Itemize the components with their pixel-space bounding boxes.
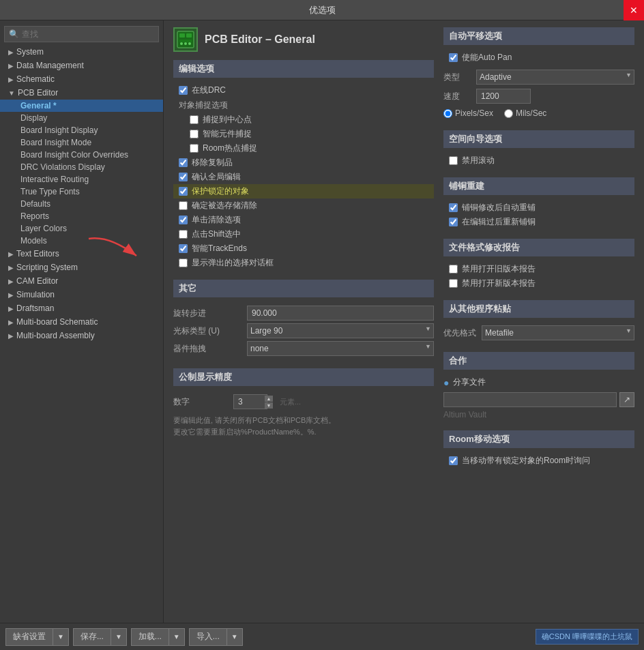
sidebar-item-pcb-editor[interactable]: ▼ PCB Editor <box>0 86 163 100</box>
default-settings-button[interactable]: 缺省设置 <box>5 628 53 646</box>
sidebar-item-multiboard-assembly[interactable]: ▶ Multi-board Assembly <box>0 329 163 342</box>
search-input[interactable] <box>22 29 154 39</box>
speed-input[interactable] <box>476 89 531 104</box>
mils-sec-radio[interactable] <box>504 109 513 118</box>
sidebar-item-draftsman[interactable]: ▶ Draftsman <box>0 301 163 315</box>
sidebar-item-true-type-fonts[interactable]: True Type Fonts <box>0 186 163 198</box>
priority-format-label: 优先格式 <box>443 327 476 339</box>
close-button[interactable]: ✕ <box>624 0 644 20</box>
other-section-header: 其它 <box>173 280 434 297</box>
save-group: 保存... ▼ <box>73 628 127 646</box>
edit-section-header: 编辑选项 <box>173 60 434 78</box>
rotation-step-label: 旋转步进 <box>173 308 241 319</box>
shift-click-checkbox[interactable] <box>179 230 188 239</box>
remove-duplicates-checkbox[interactable] <box>179 158 188 167</box>
sidebar-item-reports[interactable]: Reports <box>0 210 163 222</box>
mils-sec-label: Mils/Sec <box>504 108 546 118</box>
cursor-type-select[interactable]: Large 90 Small 90 Large 45 Small 45 <box>247 323 434 338</box>
arrow-icon: ▶ <box>8 48 14 56</box>
repour-after-edit-checkbox[interactable] <box>449 218 458 226</box>
disable-scroll-label: 禁用滚动 <box>462 155 495 166</box>
arrow-icon: ▶ <box>8 291 14 299</box>
sidebar-item-interactive-routing[interactable]: Interactive Routing <box>0 173 163 186</box>
sidebar-item-text-editors[interactable]: ▶ Text Editors <box>0 247 163 261</box>
svg-rect-1 <box>179 33 185 38</box>
default-settings-dropdown[interactable]: ▼ <box>53 628 69 646</box>
sidebar-item-system[interactable]: ▶ System <box>0 45 163 59</box>
sidebar-item-cam-editor[interactable]: ▶ CAM Editor <box>0 274 163 288</box>
sidebar-item-board-insight-color-overrides[interactable]: Board Insight Color Overrides <box>0 149 163 161</box>
spinner-down[interactable]: ▼ <box>265 402 273 409</box>
search-box[interactable]: 🔍 <box>4 26 159 42</box>
sidebar-item-layer-colors[interactable]: Layer Colors <box>0 222 163 235</box>
svg-point-5 <box>184 42 187 45</box>
sidebar-item-board-insight-mode[interactable]: Board Insight Mode <box>0 136 163 149</box>
save-button[interactable]: 保存... <box>73 628 111 646</box>
copper-header: 铺铜重建 <box>443 177 634 195</box>
sidebar-item-scripting-system[interactable]: ▶ Scripting System <box>0 261 163 274</box>
shift-click-row: 点击Shift选中 <box>173 227 434 241</box>
precision-grid: 数字 ▲ ▼ 元素... <box>173 392 434 412</box>
sidebar-item-defaults[interactable]: Defaults <box>0 198 163 210</box>
sidebar-item-simulation[interactable]: ▶ Simulation <box>0 288 163 301</box>
click-clear-selection-row: 单击清除选项 <box>173 213 434 227</box>
svg-rect-3 <box>179 40 192 42</box>
sidebar-item-schematic[interactable]: ▶ Schematic <box>0 72 163 86</box>
sidebar-item-multiboard-schematic[interactable]: ▶ Multi-board Schematic <box>0 315 163 329</box>
sidebar-item-models[interactable]: Models <box>0 235 163 247</box>
type-select[interactable]: Adaptive Fixed Size Jump Shift Accelerat… <box>476 70 634 85</box>
pixels-sex-radio[interactable] <box>443 109 452 118</box>
disable-old-version-checkbox[interactable] <box>449 265 458 274</box>
arrow-icon: ▶ <box>8 305 14 312</box>
import-button[interactable]: 导入... <box>189 628 227 646</box>
arrow-icon: ▶ <box>8 62 14 70</box>
disable-new-version-checkbox[interactable] <box>449 279 458 288</box>
priority-format-select[interactable]: Metafile Text Bitmap <box>482 325 634 340</box>
search-icon: 🔍 <box>9 29 19 39</box>
protect-locked-checkbox[interactable] <box>179 187 188 196</box>
pixels-sex-label: Pixels/Sex <box>443 108 493 118</box>
smart-track-ends-checkbox[interactable] <box>179 244 188 253</box>
sidebar-item-label: Multi-board Schematic <box>16 317 98 327</box>
sidebar-item-drc-violations-display[interactable]: DRC Violations Display <box>0 161 163 173</box>
paste-from-other-section: 从其他程序粘贴 优先格式 Metafile Text Bitmap <box>443 300 634 342</box>
file-format-section: 文件格式修改报告 禁用打开旧版本报告 禁用打开新版本报告 <box>443 239 634 291</box>
auto-repour-checkbox[interactable] <box>449 203 458 212</box>
sidebar-item-label: Schematic <box>16 74 55 84</box>
ask-when-moving-checkbox[interactable] <box>449 456 458 465</box>
sidebar-item-general[interactable]: General * <box>0 100 163 112</box>
auto-repour-row: 铺铜修改后自动重铺 <box>443 201 634 215</box>
confirm-clear-storage-checkbox[interactable] <box>179 201 188 210</box>
title-text: 优选项 <box>309 4 336 16</box>
room-move-section: Room移动选项 当移动带有锁定对象的Room时询问 <box>443 430 634 468</box>
pcb-editor-title: PCB Editor – General <box>205 33 315 46</box>
sidebar-item-data-management[interactable]: ▶ Data Management <box>0 59 163 72</box>
snap-to-center-label: 捕捉到中心点 <box>203 114 252 125</box>
altium-vault-input[interactable] <box>443 392 617 407</box>
click-clear-selection-label: 单击清除选项 <box>192 214 241 226</box>
altium-vault-button[interactable]: ↗ <box>619 392 634 407</box>
rotation-step-input[interactable] <box>247 306 434 321</box>
enable-auto-pan-checkbox[interactable] <box>449 53 458 62</box>
component-drag-select[interactable]: none Connected Tracks <box>247 341 434 356</box>
confirm-global-edit-checkbox[interactable] <box>179 173 188 181</box>
sidebar-item-board-insight-display[interactable]: Board Insight Display <box>0 124 163 136</box>
snap-to-center-row: 捕捉到中心点 <box>173 113 434 127</box>
load-dropdown[interactable]: ▼ <box>169 628 185 646</box>
spinner-up[interactable]: ▲ <box>265 396 273 402</box>
copper-section: 铺铜重建 铺铜修改后自动重铺 在编辑过后重新铺铜 <box>443 177 634 229</box>
snap-to-center-checkbox[interactable] <box>190 115 199 124</box>
import-dropdown[interactable]: ▼ <box>227 628 243 646</box>
sidebar-item-display[interactable]: Display <box>0 112 163 124</box>
smart-snap-checkbox[interactable] <box>190 130 199 138</box>
click-clear-selection-checkbox[interactable] <box>179 216 188 224</box>
show-popup-dialog-checkbox[interactable] <box>179 258 188 267</box>
collaboration-header: 合作 <box>443 352 634 370</box>
load-button[interactable]: 加载... <box>131 628 169 646</box>
online-drc-checkbox[interactable] <box>179 86 188 95</box>
room-move-header: Room移动选项 <box>443 430 634 448</box>
save-dropdown[interactable]: ▼ <box>111 628 127 646</box>
room-hotspot-checkbox[interactable] <box>190 144 199 153</box>
digits-input[interactable] <box>233 394 267 409</box>
disable-scroll-checkbox[interactable] <box>449 156 458 165</box>
